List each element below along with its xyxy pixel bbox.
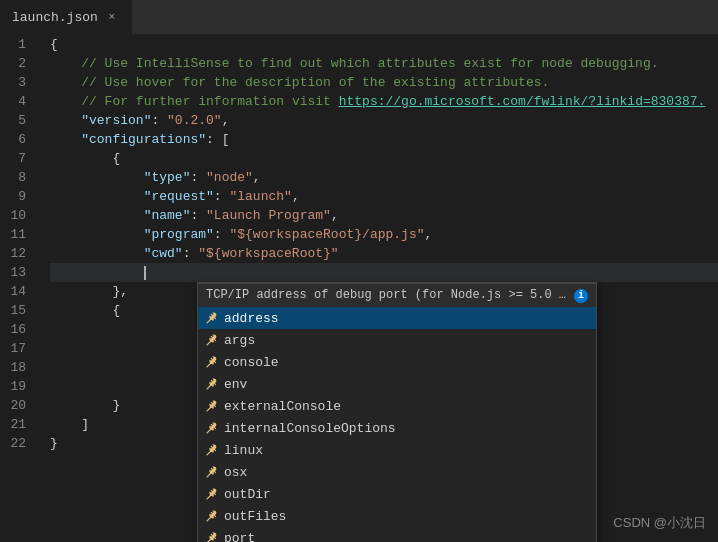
ac-item-label: linux (224, 441, 590, 460)
ac-description-text: TCP/IP address of debug port (for Node.j… (206, 286, 568, 305)
line-number: 22 (0, 434, 34, 453)
ac-item-label: address (224, 309, 590, 328)
ac-item[interactable]: internalConsoleOptions (198, 417, 596, 439)
wrench-icon (204, 311, 218, 325)
editor: 12345678910111213141516171819202122 { //… (0, 35, 718, 542)
line-number: 15 (0, 301, 34, 320)
text-cursor (144, 266, 146, 280)
ac-item-label: console (224, 353, 590, 372)
ac-item-label: outFiles (224, 507, 590, 526)
wrench-icon (204, 487, 218, 501)
code-line: { (50, 35, 718, 54)
wrench-icon (204, 399, 218, 413)
tab-launch-json[interactable]: launch.json × (0, 0, 133, 35)
autocomplete-dropdown[interactable]: TCP/IP address of debug port (for Node.j… (197, 282, 597, 542)
line-number: 19 (0, 377, 34, 396)
line-number: 4 (0, 92, 34, 111)
line-number: 9 (0, 187, 34, 206)
code-line: // Use hover for the description of the … (50, 73, 718, 92)
tab-close-icon[interactable]: × (104, 9, 120, 25)
ac-item-label: osx (224, 463, 590, 482)
gutter: 12345678910111213141516171819202122 (0, 35, 42, 542)
ac-item-label: env (224, 375, 590, 394)
ac-item[interactable]: outDir (198, 483, 596, 505)
info-icon[interactable]: i (574, 289, 588, 303)
wrench-icon (204, 443, 218, 457)
line-number: 13 (0, 263, 34, 282)
ac-item-label: internalConsoleOptions (224, 419, 590, 438)
ac-item[interactable]: address (198, 307, 596, 329)
ac-item-label: externalConsole (224, 397, 590, 416)
ac-description-bar: TCP/IP address of debug port (for Node.j… (198, 283, 596, 307)
wrench-icon (204, 465, 218, 479)
ac-item-label: args (224, 331, 590, 350)
tab-bar: launch.json × (0, 0, 718, 35)
line-number: 16 (0, 320, 34, 339)
code-line (50, 263, 718, 282)
code-content: { // Use IntelliSense to find out which … (42, 35, 718, 542)
line-number: 10 (0, 206, 34, 225)
code-line: "request": "launch", (50, 187, 718, 206)
line-number: 11 (0, 225, 34, 244)
wrench-icon (204, 377, 218, 391)
wrench-icon (204, 421, 218, 435)
code-line: "type": "node", (50, 168, 718, 187)
line-number: 1 (0, 35, 34, 54)
line-number: 2 (0, 54, 34, 73)
wrench-icon (204, 355, 218, 369)
wrench-icon (204, 531, 218, 542)
line-number: 12 (0, 244, 34, 263)
line-number: 20 (0, 396, 34, 415)
wrench-icon (204, 333, 218, 347)
tab-label: launch.json (12, 10, 98, 25)
line-number: 8 (0, 168, 34, 187)
code-line: "cwd": "${workspaceRoot}" (50, 244, 718, 263)
code-line: "program": "${workspaceRoot}/app.js", (50, 225, 718, 244)
code-line: "version": "0.2.0", (50, 111, 718, 130)
ac-item[interactable]: externalConsole (198, 395, 596, 417)
line-number: 21 (0, 415, 34, 434)
line-number: 5 (0, 111, 34, 130)
ac-item-label: outDir (224, 485, 590, 504)
code-line: "configurations": [ (50, 130, 718, 149)
watermark: CSDN @小沈日 (613, 514, 706, 532)
ac-item[interactable]: port (198, 527, 596, 542)
ac-item[interactable]: osx (198, 461, 596, 483)
line-number: 14 (0, 282, 34, 301)
ac-item[interactable]: console (198, 351, 596, 373)
line-number: 6 (0, 130, 34, 149)
line-number: 18 (0, 358, 34, 377)
code-line: // Use IntelliSense to find out which at… (50, 54, 718, 73)
wrench-icon (204, 509, 218, 523)
line-number: 3 (0, 73, 34, 92)
line-number: 7 (0, 149, 34, 168)
line-number: 17 (0, 339, 34, 358)
ac-item[interactable]: linux (198, 439, 596, 461)
ac-item-label: port (224, 529, 590, 543)
ac-item[interactable]: env (198, 373, 596, 395)
code-line: { (50, 149, 718, 168)
ac-item[interactable]: outFiles (198, 505, 596, 527)
code-line: // For further information visit https:/… (50, 92, 718, 111)
code-line: "name": "Launch Program", (50, 206, 718, 225)
ac-item[interactable]: args (198, 329, 596, 351)
